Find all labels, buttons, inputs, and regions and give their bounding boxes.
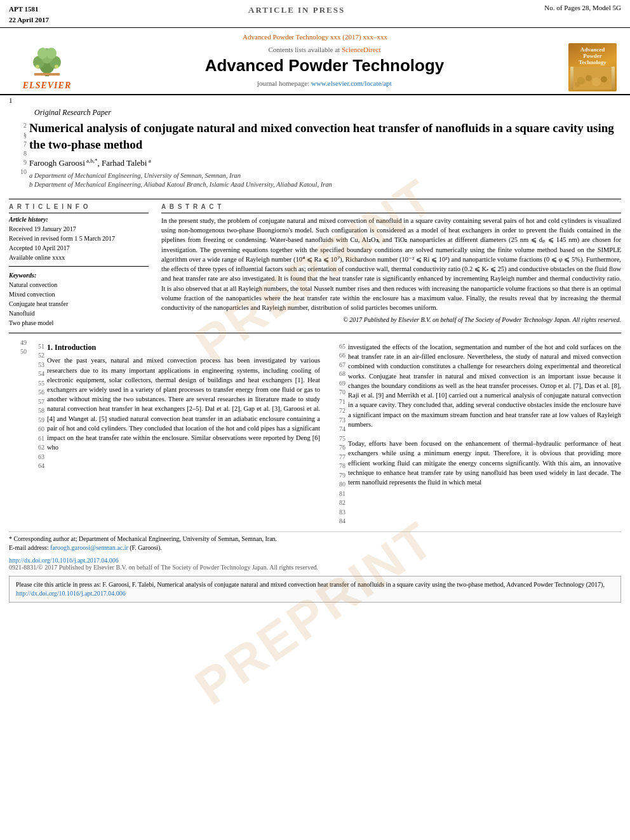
top-bar-left: APT 1581 22 April 2017 bbox=[9, 4, 49, 25]
ln-75: 75 bbox=[330, 434, 345, 444]
keyword-2: Mixed convection bbox=[9, 290, 149, 299]
intro-right-text: investigated the effects of the location… bbox=[348, 342, 621, 526]
apt-logo-area: Advanced Powder Technology bbox=[564, 43, 621, 91]
ln-58: 58 bbox=[29, 406, 44, 416]
abstract-col: A B S T R A C T In the present study, th… bbox=[161, 203, 621, 328]
line-num-8: 8 bbox=[9, 149, 27, 159]
abstract-heading: A B S T R A C T bbox=[161, 203, 621, 210]
journal-homepage: journal homepage: www.elsevier.com/locat… bbox=[91, 79, 558, 87]
section-divider bbox=[9, 333, 621, 333]
info-divider bbox=[9, 213, 149, 213]
elsevier-logo-area: ELSEVIER bbox=[9, 43, 85, 91]
apt-logo: Advanced Powder Technology bbox=[568, 43, 617, 91]
ln-56: 56 bbox=[29, 388, 44, 397]
homepage-url[interactable]: www.elsevier.com/locate/apt bbox=[311, 79, 392, 87]
ln-65: 65 bbox=[330, 342, 345, 352]
intro-left-col: 51 52 53 54 55 56 57 58 59 60 61 62 bbox=[29, 342, 320, 526]
ln-63: 63 bbox=[29, 453, 44, 462]
ln-79: 79 bbox=[330, 471, 345, 481]
citation-doi[interactable]: http://dx.doi.org/10.1016/j.apt.2017.04.… bbox=[16, 590, 126, 597]
intro-heading: 1. Introduction bbox=[47, 342, 320, 353]
ln-81: 81 bbox=[330, 490, 345, 499]
body-line-numbers: 49 50 bbox=[9, 338, 29, 526]
line-num-2: 2 bbox=[9, 121, 27, 131]
ln-53: 53 bbox=[29, 361, 44, 370]
article-in-press-label: ARTICLE IN PRESS bbox=[248, 4, 345, 15]
intro-right-col: 65 66 67 68 69 70 71 72 73 74 75 76 bbox=[330, 342, 621, 526]
svg-point-5 bbox=[37, 48, 48, 59]
keyword-1: Natural convection bbox=[9, 280, 149, 290]
ln-68: 68 bbox=[330, 370, 345, 379]
ln-74: 74 bbox=[330, 425, 345, 434]
sciencedirect-link[interactable]: ScienceDirect bbox=[342, 46, 381, 53]
homepage-label: journal homepage: bbox=[257, 79, 309, 87]
keywords-heading: Keywords: bbox=[9, 272, 149, 279]
keyword-4: Nanofluid bbox=[9, 309, 149, 318]
issn-line: 0921-8831/© 2017 Published by Elsevier B… bbox=[9, 564, 621, 571]
journal-title: Advanced Powder Technology bbox=[91, 56, 558, 76]
intro-para3: Today, efforts have been focused on the … bbox=[348, 439, 621, 487]
ln-80: 80 bbox=[330, 480, 345, 490]
author1-sup: a,b,* bbox=[85, 157, 98, 164]
doi-link[interactable]: http://dx.doi.org/10.1016/j.apt.2017.04.… bbox=[9, 557, 621, 564]
ln-83: 83 bbox=[330, 508, 345, 517]
svg-point-15 bbox=[575, 82, 580, 87]
intro-right-with-lines: 65 66 67 68 69 70 71 72 73 74 75 76 bbox=[330, 342, 621, 526]
top-bar: APT 1581 22 April 2017 ARTICLE IN PRESS … bbox=[0, 0, 630, 28]
email-address[interactable]: faroogh.garoosi@semnan.ac.ir bbox=[50, 544, 128, 551]
ln-54: 54 bbox=[29, 370, 44, 379]
ln-61: 61 bbox=[29, 434, 44, 444]
ln-62: 62 bbox=[29, 443, 44, 453]
citation-prefix: Please cite this article in press as: F.… bbox=[16, 581, 605, 588]
ln-82: 82 bbox=[330, 498, 345, 508]
svg-point-14 bbox=[601, 76, 607, 83]
elsevier-tree-icon bbox=[25, 44, 69, 79]
history-heading: Article history: bbox=[9, 216, 149, 223]
elsevier-logo: ELSEVIER bbox=[23, 44, 71, 91]
abstract-text: In the present study, the problem of con… bbox=[161, 216, 621, 312]
ln-49: 49 bbox=[9, 338, 27, 348]
page-number-value: 1 bbox=[9, 97, 13, 104]
svg-point-7 bbox=[36, 65, 39, 69]
ln-66: 66 bbox=[330, 351, 345, 361]
accepted-date: Accepted 10 April 2017 bbox=[9, 243, 149, 253]
apt-date: 22 April 2017 bbox=[9, 15, 49, 25]
body-content: 51 52 53 54 55 56 57 58 59 60 61 62 bbox=[29, 338, 621, 526]
intro-line-nums: 51 52 53 54 55 56 57 58 59 60 61 62 bbox=[29, 342, 47, 471]
apt-logo-image bbox=[570, 67, 615, 90]
title-body: Numerical analysis of conjugate natural … bbox=[29, 120, 621, 195]
svg-rect-9 bbox=[34, 73, 60, 76]
ln-84: 84 bbox=[330, 517, 345, 526]
ln-71: 71 bbox=[330, 397, 345, 407]
sciencedirect-text: Contents lists available at bbox=[268, 46, 340, 53]
keyword-5: Two phase model bbox=[9, 318, 149, 328]
footnote-email: E-mail address: faroogh.garoosi@semnan.a… bbox=[9, 543, 621, 553]
article-info-heading: A R T I C L E I N F O bbox=[9, 203, 149, 210]
copyright-line: © 2017 Published by Elsevier B.V. on beh… bbox=[161, 316, 621, 323]
ln-76: 76 bbox=[330, 443, 345, 453]
ln-51: 51 bbox=[29, 342, 44, 352]
ln-60: 60 bbox=[29, 425, 44, 434]
page-number: 1 bbox=[0, 95, 630, 105]
main-content: Original Research Paper 2 § 7 8 9 10 Num… bbox=[0, 105, 630, 603]
info-abstract-section: A R T I C L E I N F O Article history: R… bbox=[9, 199, 621, 328]
line-num-7: 7 bbox=[9, 140, 27, 149]
article-info-col: A R T I C L E I N F O Article history: R… bbox=[9, 203, 149, 328]
doi-anchor[interactable]: http://dx.doi.org/10.1016/j.apt.2017.04.… bbox=[9, 557, 119, 564]
svg-point-6 bbox=[46, 48, 57, 59]
email-label: E-mail address: bbox=[9, 544, 48, 551]
abstract-divider bbox=[161, 213, 621, 213]
ln-55: 55 bbox=[29, 379, 44, 389]
intro-para1: Over the past years, natural and mixed c… bbox=[47, 356, 320, 452]
keyword-3: Conjugate heat transfer bbox=[9, 299, 149, 309]
author2-sup: a bbox=[147, 157, 151, 164]
email-note: (F. Garoosi). bbox=[130, 544, 162, 551]
apt-logo-graphic bbox=[573, 67, 612, 90]
article-type: Original Research Paper bbox=[9, 108, 621, 117]
title-section: 2 § 7 8 9 10 Numerical analysis of conju… bbox=[9, 120, 621, 195]
keywords-divider bbox=[9, 266, 149, 267]
affiliation-a: a Department of Mechanical Engineering, … bbox=[29, 171, 621, 181]
ln-78: 78 bbox=[330, 462, 345, 471]
ln-59: 59 bbox=[29, 416, 44, 425]
apt-id: APT 1581 bbox=[9, 4, 49, 15]
